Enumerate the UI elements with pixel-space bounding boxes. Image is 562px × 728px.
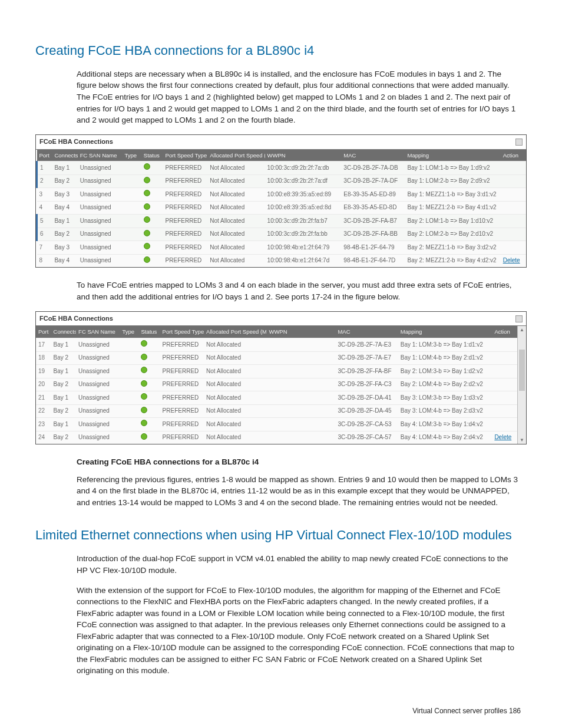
cell-type — [122, 215, 141, 228]
cell-action — [492, 418, 517, 431]
cell-pst: PREFERRED — [163, 188, 208, 202]
table-row: 23Bay 1UnassignedPREFERREDNot Allocated3… — [36, 418, 517, 431]
cell-san: Unassigned — [78, 228, 123, 241]
cell-pst: PREFERRED — [160, 378, 204, 391]
status-ok-icon — [141, 354, 147, 360]
table-row: 2Bay 2UnassignedPREFERREDNot Allocated10… — [37, 174, 527, 188]
status-ok-icon — [144, 243, 150, 249]
cell-bay: Bay 3 — [52, 241, 77, 255]
cell-pst: PREFERRED — [163, 174, 208, 188]
cell-type — [120, 418, 139, 431]
cell-mac: 98-4B-E1-2F-64-7D — [341, 254, 405, 267]
cell-type — [122, 201, 141, 215]
cell-mac: 3C-D9-2B-2F-7A-E3 — [335, 338, 398, 352]
cell-status — [138, 378, 160, 391]
status-ok-icon — [141, 393, 147, 400]
paragraph: With the extension of the support for FC… — [77, 585, 521, 677]
cell-mac: 3C-D9-2B-2F-CA-57 — [335, 431, 398, 444]
cell-port: 18 — [36, 351, 51, 365]
cell-pst: PREFERRED — [163, 241, 208, 255]
table-header: Port Connects FC SAN Name Type Status Po… — [36, 326, 517, 338]
delete-link[interactable]: Delete — [494, 434, 511, 440]
table-row: 8Bay 4UnassignedPREFERREDNot Allocated10… — [37, 254, 527, 267]
cell-wwpn: 10:00:3c:d9:2b:2f:7a:df — [265, 174, 342, 188]
cell-type — [120, 404, 139, 418]
cell-mapping: Bay 2: MEZZ1:2-b => Bay 4:d2:v2 — [405, 254, 500, 267]
cell-port: 23 — [36, 418, 51, 431]
cell-aps: Not Allocated — [204, 365, 266, 378]
cell-type — [122, 188, 141, 202]
delete-link[interactable]: Delete — [503, 257, 520, 263]
table-header: Port Connects FC SAN Name Type Status Po… — [37, 150, 527, 162]
cell-action — [492, 404, 517, 418]
cell-wwpn — [266, 351, 335, 365]
cell-bay: Bay 2 — [52, 174, 77, 188]
cell-pst: PREFERRED — [160, 338, 204, 352]
cell-mac: 3C-D9-2B-2F-7A-E7 — [335, 351, 398, 365]
cell-type — [120, 351, 139, 365]
cell-port: 20 — [36, 378, 51, 391]
paragraph: Additional steps are necessary when a BL… — [77, 68, 521, 126]
cell-mac: 3C-D9-2B-2F-FA-BF — [335, 365, 398, 378]
cell-port: 17 — [36, 338, 51, 352]
cell-pst: PREFERRED — [160, 391, 204, 405]
sub-heading-bl870c: Creating FCoE HBA connections for a BL87… — [77, 456, 521, 468]
cell-status — [138, 365, 160, 378]
scrollbar[interactable]: ▲▼ — [517, 326, 526, 444]
cell-aps: Not Allocated — [204, 431, 266, 444]
section-heading-flex10: Limited Ethernet connections when using … — [35, 526, 527, 545]
cell-wwpn — [266, 391, 335, 405]
status-ok-icon — [141, 407, 147, 413]
status-ok-icon — [144, 230, 150, 236]
cell-aps: Not Allocated — [204, 351, 266, 365]
cell-action — [501, 174, 526, 188]
cell-action — [501, 241, 526, 255]
status-ok-icon — [144, 177, 150, 183]
cell-type — [120, 338, 139, 352]
cell-action[interactable]: Delete — [492, 431, 517, 444]
cell-status — [138, 351, 160, 365]
paragraph: Referencing the previous figures, entrie… — [77, 474, 521, 509]
table-row: 21Bay 1UnassignedPREFERREDNot Allocated3… — [36, 391, 517, 405]
cell-status — [141, 188, 163, 202]
cell-type — [120, 378, 139, 391]
collapse-icon[interactable] — [515, 315, 523, 322]
cell-action — [492, 391, 517, 405]
cell-mapping: Bay 1: MEZZ1:1-b => Bay 3:d1:v2 — [405, 188, 500, 202]
cell-san: Unassigned — [78, 188, 123, 202]
cell-san: Unassigned — [76, 365, 120, 378]
cell-action — [492, 351, 517, 365]
cell-san: Unassigned — [76, 404, 120, 418]
cell-port: 4 — [37, 201, 52, 215]
cell-mapping: Bay 2: LOM:4-b => Bay 2:d2:v2 — [398, 378, 492, 391]
cell-action[interactable]: Delete — [501, 254, 526, 267]
cell-bay: Bay 1 — [52, 162, 77, 175]
cell-wwpn: 10:00:98:4b:e1:2f:64:79 — [265, 241, 342, 255]
cell-action — [492, 378, 517, 391]
cell-status — [138, 404, 160, 418]
cell-mapping: Bay 4: LOM:4-b => Bay 2:d4:v2 — [398, 431, 492, 444]
cell-status — [141, 241, 163, 255]
fcoe-connections-table-2: FCoE HBA Connections Port Connects FC SA… — [35, 311, 527, 445]
table-row: 22Bay 2UnassignedPREFERREDNot Allocated3… — [36, 404, 517, 418]
cell-aps: Not Allocated — [207, 228, 265, 241]
page-footer: Virtual Connect server profiles 186 — [35, 706, 527, 716]
cell-mapping: Bay 4: LOM:3-b => Bay 1:d4:v2 — [398, 418, 492, 431]
cell-port: 22 — [36, 404, 51, 418]
table-row: 7Bay 3UnassignedPREFERREDNot Allocated10… — [37, 241, 527, 255]
cell-mac: E8-39-35-A5-ED-89 — [341, 188, 405, 202]
cell-wwpn — [266, 418, 335, 431]
table-row: 24Bay 2UnassignedPREFERREDNot Allocated3… — [36, 431, 517, 444]
cell-pst: PREFERRED — [163, 162, 208, 175]
cell-wwpn: 10:00:e8:39:35:a5:ed:8d — [265, 201, 342, 215]
cell-san: Unassigned — [78, 162, 123, 175]
cell-bay: Bay 1 — [52, 215, 77, 228]
cell-pst: PREFERRED — [163, 201, 208, 215]
collapse-icon[interactable] — [515, 139, 523, 146]
cell-aps: Not Allocated — [207, 201, 265, 215]
status-ok-icon — [144, 163, 150, 170]
cell-san: Unassigned — [78, 201, 123, 215]
cell-mapping: Bay 2: LOM:3-b => Bay 1:d2:v2 — [398, 365, 492, 378]
cell-status — [141, 201, 163, 215]
status-ok-icon — [144, 216, 150, 223]
